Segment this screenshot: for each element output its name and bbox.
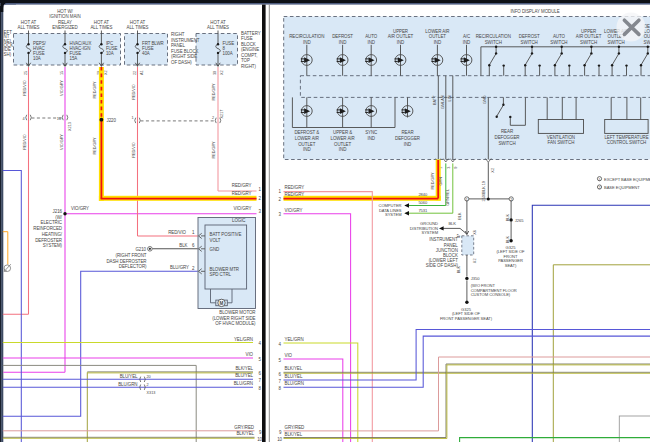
svg-text:IND: IND [367,40,374,45]
svg-text:RIGHT): RIGHT) [241,64,257,69]
svg-text:1: 1 [466,198,468,202]
svg-text:BLU/YEL: BLU/YEL [285,374,303,379]
svg-text:RED/VIO: RED/VIO [23,134,27,150]
svg-text:LOGIC: LOGIC [232,218,246,223]
svg-text:FRONT PASSENGER SEAT): FRONT PASSENGER SEAT) [440,316,493,321]
svg-text:25: 25 [24,71,28,75]
svg-text:20: 20 [147,375,151,379]
svg-text:IND: IND [339,147,346,152]
svg-text:ELECTRIC: ELECTRIC [41,220,63,225]
svg-text:EXCEPT BASE EQUIPMENT: EXCEPT BASE EQUIPMENT [604,177,650,182]
svg-text:HOT W/: HOT W/ [57,9,73,14]
svg-text:J216: J216 [53,209,63,214]
svg-text:RIGHT: RIGHT [171,32,185,37]
svg-text:UPPER &: UPPER & [333,130,352,135]
svg-text:BLK 19: BLK 19 [482,181,486,193]
svg-text:INFO DISPLAY MODULE: INFO DISPLAY MODULE [510,9,559,14]
svg-text:HEATING/: HEATING/ [42,232,63,237]
svg-text:J220: J220 [107,118,117,123]
svg-text:SEAT): SEAT) [505,263,517,268]
svg-text:DEFOGGER: DEFOGGER [495,135,520,140]
svg-text:IND: IND [339,40,346,45]
svg-text:X217: X217 [220,110,224,119]
svg-text:GRY/RED: GRY/RED [234,425,254,430]
svg-text:BLOWER MTR: BLOWER MTR [210,267,239,272]
svg-text:BASE EQUIPMENT: BASE EQUIPMENT [604,185,640,190]
svg-text:X213: X213 [68,122,72,131]
svg-text:FUSE: FUSE [241,36,253,41]
svg-text:IND: IND [463,40,470,45]
svg-text:CUSTOM CONSOLE): CUSTOM CONSOLE) [471,292,511,297]
svg-text:7531: 7531 [418,208,428,213]
svg-text:LOWER AIR: LOWER AIR [295,136,319,141]
svg-text:FUSE BLOCK: FUSE BLOCK [171,49,199,54]
svg-text:OUTLET: OUTLET [334,142,351,147]
svg-text:M: M [220,301,224,306]
svg-text:BLU/GRN: BLU/GRN [118,382,137,387]
svg-text:J350: J350 [471,276,480,281]
svg-text:3: 3 [447,167,451,169]
svg-text:VIO/GRY: VIO/GRY [71,206,89,211]
svg-text:DEFROSTER: DEFROSTER [35,238,62,243]
svg-text:GRN: GRN [439,177,443,186]
svg-text:2840: 2840 [418,192,428,197]
svg-text:BATT POSITIVE: BATT POSITIVE [210,232,242,237]
svg-text:RED/GRY: RED/GRY [212,141,216,159]
svg-text:RED/GRY: RED/GRY [431,172,435,190]
svg-text:30: 30 [213,71,217,75]
svg-text:ALL TIMES: ALL TIMES [18,25,40,30]
svg-text:BATT: BATT [433,95,437,105]
svg-text:RED/VIO: RED/VIO [132,142,136,158]
svg-text:RELAY: RELAY [58,20,72,25]
svg-text:RED/GRY: RED/GRY [232,183,252,188]
svg-text:X2: X2 [473,259,477,264]
svg-text:GND: GND [210,247,220,252]
svg-text:VIO: VIO [246,352,254,357]
svg-text:HOT AT: HOT AT [21,20,37,25]
svg-text:BLK/YEL: BLK/YEL [236,431,254,436]
svg-text:BLK: BLK [458,212,462,220]
svg-text:BLK/YEL: BLK/YEL [285,432,303,437]
svg-text:5060: 5060 [418,200,428,205]
svg-text:RED/VIO: RED/VIO [132,84,136,100]
svg-text:COMPT,: COMPT, [241,53,257,58]
svg-text:FAN SWITCH: FAN SWITCH [548,140,575,145]
svg-text:(RIGHT SIDE: (RIGHT SIDE [171,54,197,59]
svg-text:REAR: REAR [501,129,513,134]
svg-text:10A: 10A [33,56,41,61]
svg-text:LIN: LIN [448,95,452,101]
svg-text:VIO: VIO [285,353,293,358]
svg-text:RED/GRY: RED/GRY [93,137,97,155]
svg-text:2: 2 [599,186,601,190]
svg-text:SWITCH: SWITCH [550,40,567,45]
svg-text:BLOCK: BLOCK [241,42,256,47]
svg-text:40A: 40A [142,51,150,56]
svg-text:CONTROL SWITCH: CONTROL SWITCH [607,140,646,145]
svg-text:BLK: BLK [506,214,510,222]
svg-text:VENTILATION: VENTILATION [547,135,575,140]
svg-text:HOT AT: HOT AT [210,20,226,25]
svg-text:GMLAN: GMLAN [441,95,445,109]
svg-text:9: 9 [454,167,458,169]
svg-text:RED/VIO: RED/VIO [168,230,186,235]
svg-text:TOP: TOP [241,58,250,63]
svg-text:RED/GRY: RED/GRY [93,81,97,99]
svg-text:BLU/GRN: BLU/GRN [234,381,253,386]
svg-text:2: 2 [147,383,149,387]
svg-text:VOLT: VOLT [210,238,221,243]
svg-text:SYSTEM): SYSTEM) [43,243,63,248]
svg-text:BLU/GRN: BLU/GRN [285,381,304,386]
svg-text:INSTRUMENT: INSTRUMENT [171,38,200,43]
svg-text:BLK/YEL: BLK/YEL [285,366,303,371]
svg-text:BLK: BLK [506,236,510,244]
svg-text:DASH DEFROSTER: DASH DEFROSTER [106,259,146,264]
svg-text:2: 2 [510,198,512,202]
svg-text:X2: X2 [104,70,108,75]
svg-text:RED/GRY: RED/GRY [212,83,216,101]
svg-text:LEFT TEMPERATURE: LEFT TEMPERATURE [604,135,648,140]
svg-text:PANEL: PANEL [171,43,186,48]
svg-text:RED/GRY: RED/GRY [285,192,305,197]
svg-text:DEFOGGER: DEFOGGER [395,136,420,141]
svg-text:X313: X313 [147,391,156,395]
svg-text:15: 15 [60,71,64,75]
